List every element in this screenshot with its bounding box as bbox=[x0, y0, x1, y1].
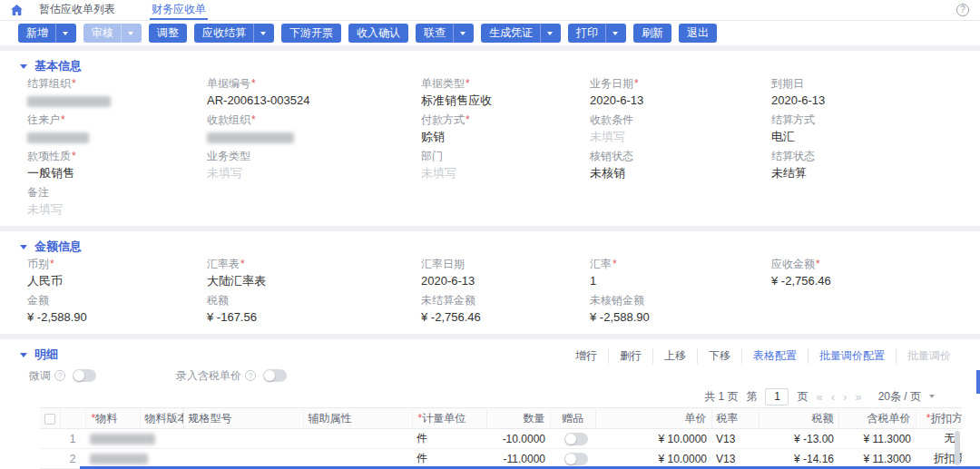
field-value[interactable]: 1 bbox=[590, 274, 771, 288]
field-value[interactable]: 2020-6-13 bbox=[590, 93, 771, 108]
field-label-text: 业务日期 bbox=[590, 77, 633, 90]
print-button[interactable]: 打印 bbox=[568, 24, 626, 43]
field-label: 单据编号* bbox=[207, 77, 421, 90]
redacted-value bbox=[207, 132, 294, 143]
field-value[interactable]: AR-200613-003524 bbox=[207, 93, 421, 108]
column-label: 税率 bbox=[717, 412, 739, 425]
detail-section-header[interactable]: 明细 bbox=[18, 346, 58, 364]
vertical-scrollbar[interactable] bbox=[955, 431, 960, 465]
field-value[interactable]: 2020-6-13 bbox=[771, 93, 962, 108]
field-label: 往来户* bbox=[27, 113, 207, 126]
tab-estimated-receivable-list[interactable]: 暂估应收单列表 bbox=[37, 0, 117, 20]
column-header-discount-mode: *折扣方式 bbox=[916, 408, 962, 429]
add-row-button[interactable]: 增行 bbox=[564, 348, 609, 364]
field-value[interactable]: 大陆汇率表 bbox=[207, 274, 421, 288]
field-value[interactable]: ¥ -2,588.90 bbox=[27, 310, 207, 325]
cell-tax-amount[interactable]: ¥ -13.00 bbox=[759, 429, 838, 449]
home-icon[interactable] bbox=[11, 5, 23, 15]
chevron-down-icon bbox=[929, 395, 935, 398]
page-label-prefix: 第 bbox=[746, 389, 757, 405]
help-icon[interactable]: ? bbox=[956, 4, 969, 16]
table-row[interactable]: 1件-10.0000¥ 10.0000V13¥ -13.00¥ 11.3000无 bbox=[40, 429, 962, 449]
tax-inclusive-price-toggle[interactable] bbox=[263, 369, 287, 382]
delete-row-button[interactable]: 删行 bbox=[609, 348, 653, 364]
cell-quantity[interactable]: -10.0000 bbox=[486, 429, 550, 449]
form-field: 业务类型未填写 bbox=[207, 150, 421, 181]
gift-toggle[interactable] bbox=[564, 453, 588, 465]
field-value[interactable] bbox=[207, 130, 421, 144]
cell-gift[interactable] bbox=[550, 429, 595, 449]
form-field: 结算状态未结算 bbox=[771, 150, 962, 181]
field-value[interactable]: 未核销 bbox=[590, 166, 771, 181]
adjust-button[interactable]: 调整 bbox=[149, 24, 187, 43]
gift-toggle[interactable] bbox=[564, 433, 588, 445]
field-label-text: 汇率表 bbox=[207, 258, 240, 270]
cell-row-number: 1 bbox=[60, 429, 85, 449]
field-value[interactable]: 赊销 bbox=[421, 130, 590, 144]
amount-info-header[interactable]: 金额信息 bbox=[18, 238, 962, 256]
page-scrollbar[interactable] bbox=[976, 370, 980, 394]
form-field: 未结算金额¥ -2,756.46 bbox=[421, 294, 590, 325]
field-value[interactable]: ¥ -2,756.46 bbox=[771, 274, 962, 288]
table-config-link[interactable]: 表格配置 bbox=[742, 348, 808, 364]
fine-tune-toggle[interactable] bbox=[73, 369, 96, 382]
receivable-settle-button[interactable]: 应收结算 bbox=[194, 24, 274, 43]
page-input[interactable]: 1 bbox=[765, 388, 789, 405]
field-value[interactable]: 一般销售 bbox=[27, 166, 207, 181]
chevron-down-icon bbox=[128, 32, 133, 35]
refresh-button[interactable]: 刷新 bbox=[633, 24, 671, 43]
cell-unit[interactable]: 件 bbox=[412, 429, 486, 449]
last-page-icon[interactable]: » bbox=[855, 390, 861, 404]
field-value[interactable]: ¥ -167.56 bbox=[207, 310, 421, 325]
field-label: 收款条件 bbox=[590, 113, 771, 126]
amount-info-fields: 币别*人民币汇率表*大陆汇率表汇率日期2020-6-13汇率*1应收金额*¥ -… bbox=[18, 258, 962, 325]
cell-tax-rate[interactable]: V13 bbox=[711, 429, 759, 449]
prev-page-icon[interactable]: ‹ bbox=[831, 390, 835, 404]
required-asterisk: * bbox=[72, 77, 76, 90]
generate-voucher-button[interactable]: 生成凭证 bbox=[481, 24, 561, 43]
field-label-text: 结算方式 bbox=[771, 113, 815, 126]
form-field: 结算组织* bbox=[27, 77, 207, 108]
field-value[interactable]: 标准销售应收 bbox=[421, 93, 590, 108]
new-button[interactable]: 新增 bbox=[18, 24, 76, 43]
cell-spec-model[interactable] bbox=[183, 429, 303, 449]
batch-price-config-link[interactable]: 批量调价配置 bbox=[808, 348, 897, 364]
linked-query-button[interactable]: 联查 bbox=[416, 24, 474, 43]
exit-button[interactable]: 退出 bbox=[679, 24, 717, 43]
next-page-icon[interactable]: › bbox=[843, 390, 847, 404]
batch-price-link: 批量调价 bbox=[897, 348, 962, 364]
field-value[interactable] bbox=[27, 130, 207, 144]
field-value[interactable]: 未填写 bbox=[207, 166, 421, 181]
column-label: 税额 bbox=[812, 412, 834, 425]
field-value[interactable]: 未填写 bbox=[27, 202, 207, 217]
field-value[interactable]: 未填写 bbox=[421, 166, 590, 181]
revenue-confirm-button[interactable]: 收入确认 bbox=[348, 24, 408, 43]
field-value[interactable] bbox=[27, 93, 207, 108]
tab-financial-receivable[interactable]: 财务应收单 bbox=[150, 0, 208, 20]
cell-material[interactable] bbox=[85, 429, 140, 449]
page-size-select[interactable]: 20条 / 页 bbox=[870, 389, 935, 405]
cell-aux-attribute[interactable] bbox=[303, 429, 412, 449]
field-value[interactable]: 未结算 bbox=[771, 166, 962, 181]
detail-section: 明细 增行删行上移下移表格配置批量调价配置批量调价 微调?录入含税单价? 共 1… bbox=[0, 339, 980, 469]
first-page-icon[interactable]: « bbox=[816, 390, 822, 404]
cell-unit-price[interactable]: ¥ 10.0000 bbox=[595, 429, 711, 449]
required-asterisk: * bbox=[50, 258, 54, 270]
select-all-checkbox[interactable] bbox=[44, 414, 55, 425]
field-label-text: 付款方式 bbox=[421, 113, 465, 126]
move-up-button[interactable]: 上移 bbox=[653, 348, 698, 364]
field-value[interactable]: 人民币 bbox=[27, 274, 207, 288]
required-asterisk: * bbox=[612, 258, 617, 270]
field-value[interactable]: 2020-6-13 bbox=[421, 274, 590, 288]
field-label-text: 未核销金额 bbox=[590, 294, 644, 307]
downstream-invoice-button[interactable]: 下游开票 bbox=[281, 24, 341, 43]
cell-tax-incl-price[interactable]: ¥ 11.3000 bbox=[838, 429, 916, 449]
basic-info-header[interactable]: 基本信息 bbox=[18, 57, 962, 75]
field-value[interactable]: ¥ -2,588.90 bbox=[590, 310, 771, 325]
field-row: 往来户*收款组织*付款方式*赊销收款条件未填写结算方式电汇 bbox=[27, 113, 962, 144]
field-value[interactable]: 未填写 bbox=[590, 130, 771, 144]
field-value[interactable]: 电汇 bbox=[771, 130, 962, 144]
field-value[interactable]: ¥ -2,756.46 bbox=[421, 310, 590, 325]
move-down-button[interactable]: 下移 bbox=[698, 348, 742, 364]
field-label-text: 单据编号 bbox=[207, 77, 250, 90]
